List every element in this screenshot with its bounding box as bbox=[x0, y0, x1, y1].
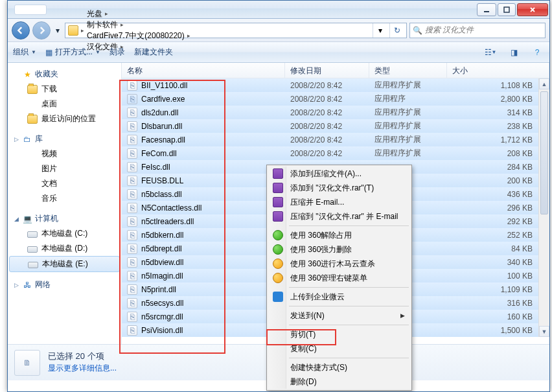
context-menu-separator bbox=[289, 287, 409, 288]
chevron-right-icon[interactable]: ▸ bbox=[121, 21, 124, 28]
context-menu-item[interactable]: 剪切(T) bbox=[268, 327, 410, 341]
file-type: 应用程序扩展 bbox=[369, 80, 447, 91]
dll-icon: ⎘ bbox=[127, 271, 137, 281]
sidebar-libraries[interactable]: ▷🗀库 bbox=[9, 132, 120, 146]
g360-icon bbox=[272, 244, 284, 255]
view-options-button[interactable]: ☷ ▼ bbox=[483, 46, 498, 59]
history-dropdown[interactable]: ▾ bbox=[53, 26, 62, 35]
scroll-down-icon[interactable]: ▼ bbox=[539, 326, 549, 337]
file-type: 应用程序扩展 bbox=[369, 107, 447, 118]
burn-button[interactable]: 刻录 bbox=[109, 47, 125, 58]
address-bar[interactable]: ▸ 光盘▸制卡软件▸CardFive7.7中文(20080220)▸汉化文件▸ … bbox=[65, 23, 407, 38]
context-menu-item[interactable]: 上传到企业微云 bbox=[268, 290, 410, 304]
dll-icon: ⎘ bbox=[127, 80, 137, 91]
o360-icon bbox=[272, 272, 284, 284]
file-size: 296 KB bbox=[447, 203, 549, 213]
context-menu-item[interactable]: 添加到压缩文件(A)... bbox=[268, 167, 410, 181]
preview-pane-button[interactable]: ◨ bbox=[507, 46, 521, 59]
file-date: 2008/2/20 8:42 bbox=[285, 95, 369, 104]
context-menu-label: 上传到企业微云 bbox=[290, 292, 345, 303]
context-menu-label: 压缩并 E-mail... bbox=[290, 197, 344, 208]
desk-icon bbox=[27, 99, 38, 110]
sidebar-item[interactable]: 桌面 bbox=[9, 97, 120, 111]
refresh-button[interactable]: ↻ bbox=[389, 23, 404, 38]
organize-menu[interactable]: 组织▼ bbox=[13, 47, 36, 58]
file-size: 2,800 KB bbox=[447, 95, 549, 104]
sidebar-item-label: 本地磁盘 (E:) bbox=[42, 259, 88, 270]
sidebar-computer[interactable]: ◢💻计算机 bbox=[9, 211, 120, 226]
context-menu-item[interactable]: 发送到(N)▶ bbox=[268, 308, 410, 323]
context-menu-item[interactable]: 压缩到 "汉化文件.rar" 并 E-mail bbox=[268, 209, 410, 224]
table-row[interactable]: ⎘dls2dun.dll2008/2/20 8:42应用程序扩展314 KB bbox=[122, 106, 549, 119]
sidebar-network[interactable]: ▷🖧网络 bbox=[9, 277, 120, 292]
context-menu-item[interactable]: 使用 360进行木马云查杀 bbox=[268, 257, 410, 271]
context-menu-item[interactable]: 使用 360解除占用 bbox=[268, 228, 410, 242]
breadcrumb-segment[interactable]: 制卡软件 bbox=[87, 19, 118, 30]
table-row[interactable]: ⎘Facesnap.dll2008/2/20 8:42应用程序扩展1,712 K… bbox=[122, 133, 549, 146]
file-size: 252 KB bbox=[447, 231, 549, 240]
help-button[interactable]: ? bbox=[530, 46, 544, 59]
breadcrumb-segment[interactable]: 光盘 bbox=[87, 8, 102, 19]
open-with-menu[interactable]: ▦打开方式...▼ bbox=[45, 47, 100, 58]
context-menu-item[interactable]: 删除(D) bbox=[268, 375, 410, 389]
dll-icon: ⎘ bbox=[127, 298, 137, 308]
column-type[interactable]: 类型 bbox=[369, 63, 447, 78]
file-date: 2008/2/20 8:42 bbox=[285, 108, 369, 117]
sidebar-item[interactable]: 音乐 bbox=[9, 191, 120, 206]
sidebar-item-label: 桌面 bbox=[41, 98, 57, 110]
vertical-scrollbar[interactable]: ▲ ▼ bbox=[538, 78, 549, 337]
dll-icon: ⎘ bbox=[127, 284, 137, 295]
file-name: Dlsbarun.dll bbox=[141, 122, 182, 131]
context-menu-item[interactable]: 压缩并 E-mail... bbox=[268, 195, 410, 209]
breadcrumb-segment[interactable]: CardFive7.7中文(20080220) bbox=[87, 30, 185, 41]
file-name: N5Contactless.dll bbox=[141, 203, 201, 213]
context-menu-item[interactable]: 创建快捷方式(S) bbox=[268, 360, 410, 375]
sidebar-item[interactable]: 本地磁盘 (D:) bbox=[9, 241, 120, 256]
file-size: 160 KB bbox=[447, 312, 549, 321]
new-folder-button[interactable]: 新建文件夹 bbox=[134, 47, 173, 58]
sidebar-item-label: 文档 bbox=[41, 178, 57, 189]
sidebar-item[interactable]: 文档 bbox=[9, 176, 120, 191]
sidebar-item[interactable]: 图片 bbox=[9, 161, 120, 176]
context-menu-label: 使用 360解除占用 bbox=[290, 230, 352, 241]
chevron-right-icon[interactable]: ▸ bbox=[187, 32, 190, 39]
address-dropdown[interactable]: ▾ bbox=[373, 23, 387, 38]
back-button[interactable] bbox=[12, 21, 30, 40]
forward-button[interactable] bbox=[32, 21, 51, 40]
table-row[interactable]: ⎘Dlsbarun.dll2008/2/20 8:42应用程序扩展238 KB bbox=[122, 119, 549, 133]
context-menu-label: 发送到(N) bbox=[290, 310, 325, 321]
sidebar-item[interactable]: 视频 bbox=[9, 146, 120, 161]
column-name[interactable]: 名称 bbox=[122, 63, 285, 78]
context-menu-separator bbox=[289, 306, 409, 306]
dll-icon: ⎘ bbox=[127, 176, 137, 186]
context-menu-item[interactable]: 使用 360管理右键菜单 bbox=[268, 271, 410, 285]
table-row[interactable]: ⎘FeCom.dll2008/2/20 8:42应用程序扩展208 KB bbox=[122, 146, 549, 160]
file-size: 1,712 KB bbox=[447, 135, 549, 144]
rar-icon bbox=[272, 168, 284, 179]
search-input[interactable]: 🔍 搜索 汉化文件 bbox=[409, 23, 546, 38]
chevron-right-icon[interactable]: ▸ bbox=[105, 10, 108, 17]
scroll-thumb[interactable] bbox=[540, 91, 548, 214]
maximize-button[interactable] bbox=[498, 3, 516, 16]
dll-icon: ⎘ bbox=[127, 312, 137, 322]
column-date[interactable]: 修改日期 bbox=[285, 63, 369, 78]
sidebar-item[interactable]: 最近访问的位置 bbox=[9, 111, 120, 126]
context-menu-item[interactable]: 复制(C) bbox=[268, 341, 410, 356]
context-menu-label: 添加到压缩文件(A)... bbox=[290, 168, 362, 179]
scroll-up-icon[interactable]: ▲ bbox=[539, 78, 549, 89]
close-button[interactable] bbox=[517, 3, 548, 16]
sidebar-favorites[interactable]: ★收藏夹 bbox=[9, 67, 120, 82]
sidebar-item[interactable]: 下载 bbox=[9, 82, 120, 97]
context-menu-item[interactable]: 使用 360强力删除 bbox=[268, 242, 410, 257]
column-size[interactable]: 大小 bbox=[447, 63, 549, 78]
lib-icon bbox=[27, 164, 38, 174]
table-row[interactable]: ⎘BII_V1100.dll2008/2/20 8:42应用程序扩展1,108 … bbox=[122, 78, 549, 92]
file-name: n5srcmgr.dll bbox=[141, 312, 183, 321]
file-size: 316 KB bbox=[447, 299, 549, 308]
context-menu-item[interactable]: 添加到 "汉化文件.rar"(T) bbox=[268, 181, 410, 195]
details-more-link[interactable]: 显示更多详细信息... bbox=[48, 363, 117, 373]
sidebar-item[interactable]: 本地磁盘 (C:) bbox=[9, 226, 120, 241]
table-row[interactable]: ⎘Cardfive.exe2008/2/20 8:42应用程序2,800 KB bbox=[122, 92, 549, 106]
minimize-button[interactable] bbox=[477, 3, 496, 16]
sidebar-item[interactable]: 本地磁盘 (E:) bbox=[9, 256, 120, 272]
